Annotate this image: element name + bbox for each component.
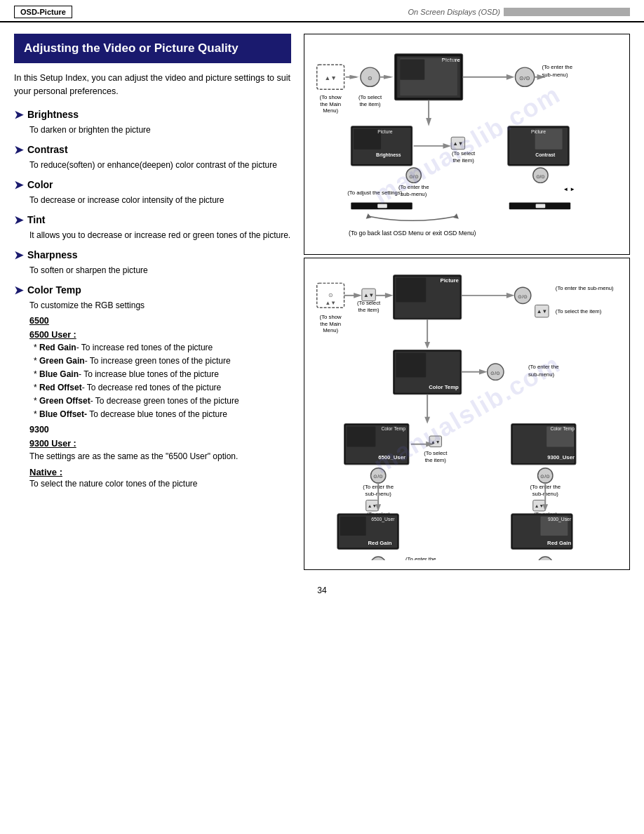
svg-text:▲▼: ▲▼ [452, 140, 463, 147]
brightness-desc: To darken or brighten the picture [29, 124, 291, 136]
svg-text:Picture: Picture [377, 129, 392, 134]
svg-rect-56 [377, 204, 387, 208]
header-right-area: On Screen Displays (OSD) [408, 8, 630, 16]
right-column: manualslib.com ▲▼ ⊙ [304, 34, 630, 573]
label-6500user: 6500 User : [29, 330, 291, 340]
svg-text:6500_User: 6500_User [378, 454, 405, 461]
svg-text:Picture: Picture [531, 129, 546, 134]
section-contrast-title: ➤ Contrast [14, 143, 291, 157]
section-colortemp-title: ➤ Color Temp [14, 284, 291, 297]
svg-text:▲▼: ▲▼ [535, 503, 544, 508]
section-colortemp: ➤ Color Temp To customize the RGB settin… [14, 284, 291, 490]
svg-marker-94 [479, 369, 488, 375]
svg-text:▲▼: ▲▼ [431, 439, 440, 444]
svg-text:9300_User: 9300_User [547, 454, 575, 461]
label-9300user: 9300 User : [29, 439, 291, 449]
svg-text:Menu): Menu) [323, 107, 338, 114]
header-right-text: On Screen Displays (OSD) [408, 8, 500, 16]
title-box: Adjusting the Video or Picture Quality [14, 34, 291, 63]
svg-rect-32 [354, 129, 381, 150]
svg-text:(To enter the: (To enter the [405, 556, 436, 560]
header-right-line [504, 8, 630, 16]
arrow-icon-colortemp: ➤ [14, 284, 23, 297]
arrow-icon-brightness: ➤ [14, 108, 23, 121]
red-offset-item: * Red Offset- To decrease red tones of t… [34, 381, 291, 394]
colortemp-desc: To customize the RGB settings [29, 299, 291, 312]
svg-point-151 [538, 557, 553, 560]
svg-rect-57 [536, 204, 546, 208]
label-6500: 6500 [29, 316, 291, 326]
brightness-label: Brightness [27, 109, 79, 120]
svg-text:Menu): Menu) [323, 327, 338, 333]
svg-text:Brightness: Brightness [376, 152, 401, 158]
svg-text:⊙/⊙: ⊙/⊙ [409, 174, 419, 179]
svg-text:Red Gain: Red Gain [368, 540, 392, 546]
svg-text:⊙/⊙: ⊙/⊙ [519, 75, 530, 81]
svg-text:⊙: ⊙ [328, 292, 333, 298]
svg-marker-80 [507, 293, 515, 298]
svg-text:▲▼: ▲▼ [363, 292, 374, 298]
svg-text:Contrast: Contrast [535, 152, 556, 157]
svg-marker-88 [424, 342, 430, 349]
svg-text:sub-menu): sub-menu) [528, 371, 555, 378]
arrow-icon-tint: ➤ [14, 213, 23, 227]
green-gain-item: * Green Gain- To increase green tones of… [34, 355, 291, 367]
svg-text:⊙/⊙: ⊙/⊙ [536, 174, 546, 179]
svg-marker-41 [443, 143, 451, 149]
native-label: Native : [29, 467, 62, 477]
native-desc: To select the nature color tones of the … [29, 477, 291, 490]
colortemp-label: Color Temp [27, 284, 81, 296]
color-label: Color [27, 179, 53, 190]
svg-point-147 [370, 557, 385, 560]
svg-marker-100 [424, 417, 430, 424]
intro-paragraph: In this Setup Index, you can adjust the … [14, 72, 291, 98]
svg-text:▲▼: ▲▼ [325, 74, 337, 81]
section-tint-title: ➤ Tint [14, 213, 291, 227]
section-sharpness-title: ➤ Sharpness [14, 249, 291, 262]
svg-text:the item): the item) [453, 157, 475, 164]
svg-text:(To go back last OSD Menu or e: (To go back last OSD Menu or exit OSD Me… [349, 230, 476, 237]
contrast-desc: To reduce(soften) or enhance(deepen) col… [29, 159, 291, 171]
svg-text:6500_User: 6500_User [371, 517, 395, 523]
blue-gain-bold: Blue Gain [39, 369, 79, 379]
svg-text:(To enter the: (To enter the [398, 184, 429, 190]
desc-9300: The settings are as the same as the "650… [29, 450, 291, 463]
svg-text:◄  ►: ◄ ► [563, 186, 575, 192]
arrow-icon-sharpness: ➤ [14, 249, 23, 262]
svg-marker-69 [385, 293, 394, 298]
svg-marker-25 [507, 74, 515, 80]
left-column: Adjusting the Video or Picture Quality I… [14, 34, 291, 573]
top-diagram-inner: manualslib.com ▲▼ ⊙ [310, 41, 624, 247]
svg-text:▲▼: ▲▼ [537, 308, 547, 315]
blue-offset-item: * Blue Offset- To decrease blue tones of… [34, 408, 291, 421]
red-offset-bold: Red Offset [39, 383, 82, 392]
svg-text:the Main: the Main [320, 321, 341, 327]
svg-rect-13 [400, 59, 424, 79]
svg-text:the item): the item) [358, 307, 380, 313]
svg-text:(To enter the: (To enter the [528, 364, 559, 370]
page-header: OSD-Picture On Screen Displays (OSD) [0, 0, 644, 22]
svg-text:Picture: Picture [441, 277, 459, 284]
svg-text:⊙/⊙: ⊙/⊙ [540, 474, 550, 479]
top-diagram-svg: ▲▼ ⊙ Pictur [310, 41, 624, 245]
svg-text:▲▼: ▲▼ [325, 300, 335, 306]
red-gain-item: * Red Gain- To increase red tones of the… [34, 341, 291, 354]
section-tint: ➤ Tint It allows you to decrease or incr… [14, 213, 291, 241]
main-content: Adjusting the Video or Picture Quality I… [0, 27, 644, 580]
svg-rect-103 [347, 426, 375, 446]
native-section: Native : [29, 467, 291, 477]
section-brightness-title: ➤ Brightness [14, 108, 291, 121]
green-gain-bold: Green Gain [39, 356, 85, 366]
sharpness-desc: To soften or sharpen the picture [29, 264, 291, 277]
svg-rect-139 [340, 517, 366, 536]
svg-text:⊙: ⊙ [368, 75, 373, 81]
svg-rect-91 [396, 352, 426, 377]
top-diagram-box: manualslib.com ▲▼ ⊙ [304, 34, 630, 255]
svg-text:(To adjust the settings): (To adjust the settings) [347, 190, 403, 196]
label-9300: 9300 [29, 425, 291, 435]
header-left-text: OSD-Picture [20, 8, 66, 16]
svg-text:(To select: (To select [357, 300, 381, 306]
svg-text:(To select: (To select [358, 94, 382, 100]
bottom-diagram-inner: manualslib.com ⊙ ▲▼ ▲▼ [310, 265, 624, 562]
svg-text:(To show: (To show [320, 94, 342, 100]
